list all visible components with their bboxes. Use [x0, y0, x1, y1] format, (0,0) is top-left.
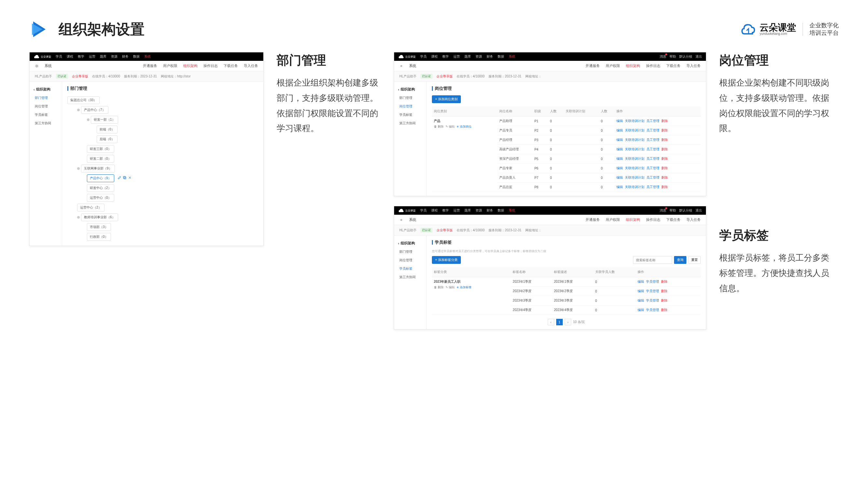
add-tag-button[interactable]: + 添加标签分类 [432, 256, 461, 264]
page-title: 组织架构设置 [59, 20, 145, 39]
topnav-item[interactable]: 资源 [111, 54, 118, 59]
page-prev[interactable]: ‹ [548, 319, 554, 325]
tree-node[interactable]: 产品中心（7） [81, 106, 108, 114]
msg-link[interactable]: 消息 [660, 54, 666, 59]
tree-node[interactable]: 行政部（0） [87, 233, 111, 241]
search-input[interactable] [633, 256, 672, 264]
shot-topbar: 云朵课堂 学员 课程 教学 运营 题库 资源 财务 数据 系统 [30, 53, 263, 61]
add-job-button[interactable]: + 添加岗位类别 [432, 95, 461, 103]
svg-rect-4 [124, 177, 126, 179]
header-left: 组织架构设置 [29, 20, 145, 39]
topnav-item[interactable]: 运营 [89, 54, 95, 59]
brand-tagline: 企业数字化 培训云平台 [809, 22, 839, 37]
sidebar-item-tag[interactable]: 学员标签 [30, 110, 62, 119]
subnav-item-active[interactable]: 组织架构 [183, 63, 197, 68]
brand-name-en: yunduoketang.com [760, 32, 796, 35]
page-1[interactable]: 1 [556, 319, 563, 325]
panel-title: 部门管理 [67, 86, 258, 91]
svg-point-6 [401, 219, 402, 221]
copy-icon [123, 176, 126, 179]
topnav-item[interactable]: 数据 [133, 54, 140, 59]
notification-dot [665, 53, 667, 55]
subnav-item[interactable]: 用户权限 [163, 63, 177, 68]
reset-button[interactable]: 重置 [688, 256, 701, 264]
exit-link[interactable]: 退出 [695, 54, 702, 59]
subnav-item[interactable]: 导入任务 [244, 63, 258, 68]
tree-node[interactable]: 研发一部（1） [91, 116, 118, 124]
branch-link[interactable]: 默认分校 [679, 54, 692, 59]
brand-block: 云朵课堂 yunduoketang.com 企业数字化 培训云平台 [740, 22, 839, 37]
svg-rect-3 [123, 176, 125, 178]
job-table: 岗位类别 岗位名称 职级 人数 关联培训计划 人数 操作 产品🗑 删除✎ 编辑⊕… [432, 106, 701, 192]
play-icon [29, 20, 49, 39]
edit-icon [118, 176, 121, 179]
section-title-tag: 学员标签 [719, 227, 830, 244]
section-title-job: 岗位管理 [719, 52, 830, 69]
shot-sidebar: ‹组织架构 部门管理 岗位管理 学员标签 第三方协同 [30, 82, 62, 246]
tree-node[interactable]: 后端（0） [97, 135, 118, 143]
search-button[interactable]: 查询 [674, 256, 686, 264]
sidebar-item-dept[interactable]: 部门管理 [30, 94, 62, 102]
screenshot-tag: 云朵课堂 学员 课程 教学 运营 题库 资源 财务 数据 系统 消息 帮助 默认… [394, 206, 706, 330]
gear-icon [399, 64, 403, 68]
tree-node-selected[interactable]: 产品中心（9） [87, 174, 114, 182]
tree-node[interactable]: 研发三部（0） [87, 145, 114, 153]
shot-subnav: 系统 开通服务 用户权限 组织架构 操作日志 下载任务 导入任务 [30, 61, 263, 71]
table-row: 产品🗑 删除✎ 编辑⊕ 添加岗位产品助理P100编辑关联培训计划员工管理删除 [432, 117, 701, 126]
gear-icon [35, 64, 39, 68]
subnav-item[interactable]: 操作日志 [204, 63, 218, 68]
topnav-item[interactable]: 课程 [67, 54, 73, 59]
tree-node[interactable]: 运营中心（0） [87, 194, 114, 202]
subnav-label: 系统 [44, 63, 52, 68]
tag-table: 标签分类 标签名称 标签描述 关联学员人数 操作 2023年新员工入职🗑 删除✎… [432, 267, 701, 315]
sidebar-item-job[interactable]: 岗位管理 [30, 102, 62, 110]
topnav-item[interactable]: 学员 [56, 54, 62, 59]
tree-node[interactable]: 研发中心（2） [87, 184, 114, 192]
table-row: 2023年新员工入职🗑 删除✎ 编辑⊕ 添加标签2023年1季度2023年1季度… [432, 277, 701, 287]
section-desc-tag: 根据学员标签，将员工分多类标签管理。方便快捷查找人员信息。 [719, 250, 830, 296]
brand-logo: 云朵课堂 yunduoketang.com [740, 23, 796, 36]
tree-node[interactable]: 运营中心（2） [77, 204, 104, 212]
topnav-item[interactable]: 题库 [100, 54, 106, 59]
verified-badge: 已认证 [56, 74, 68, 79]
screenshot-job: 云朵课堂 学员 课程 教学 运营 题库 资源 财务 数据 系统 消息 帮助 默认… [394, 52, 706, 196]
help-text: 您可通过学员标签对员工进行分类管理，可在学员身上标记多个标签，标签层级仅为二级 [432, 249, 701, 254]
sidebar-item-3rd[interactable]: 第三方协同 [30, 119, 62, 128]
tree-node[interactable]: 研发二部（0） [87, 155, 114, 163]
tree-node[interactable]: 集团总公司（33） [67, 96, 100, 104]
tree-node[interactable]: 市场部（3） [87, 223, 111, 231]
subnav-item[interactable]: 下载任务 [224, 63, 238, 68]
brand-name-cn: 云朵课堂 [760, 23, 796, 32]
pagination: ‹ 1 › 10 条/页 [432, 319, 701, 325]
status-product: HL产品助手 [35, 74, 52, 79]
section-title-dept: 部门管理 [277, 52, 381, 69]
svg-point-5 [401, 65, 402, 67]
cloud-icon [740, 23, 756, 36]
shot-topbar: 云朵课堂 学员 课程 教学 运营 题库 资源 财务 数据 系统 消息 帮助 默认… [394, 53, 706, 61]
screenshot-dept: 云朵课堂 学员 课程 教学 运营 题库 资源 财务 数据 系统 系统 开通服务 … [29, 52, 264, 246]
topnav-item-active[interactable]: 系统 [144, 54, 151, 59]
tree-node[interactable]: 前端（0） [97, 126, 118, 133]
help-link[interactable]: 帮助 [670, 54, 676, 59]
svg-point-2 [36, 65, 37, 67]
delete-icon [128, 176, 131, 179]
page-next[interactable]: › [565, 319, 571, 325]
shot-logo: 云朵课堂 [33, 54, 51, 59]
tree-actions[interactable] [118, 176, 131, 179]
divider [803, 23, 803, 36]
sidebar-title: ‹组织架构 [30, 85, 62, 94]
shot-status: HL产品助手 已认证 企业尊享版 在线学员：4/10000 服务到期：2023-… [30, 71, 263, 82]
content-grid: 云朵课堂 学员 课程 教学 运营 题库 资源 财务 数据 系统 系统 开通服务 … [0, 52, 868, 330]
page-header: 组织架构设置 云朵课堂 yunduoketang.com 企业数字化 培训云平台 [0, 0, 868, 52]
tree-node[interactable]: 互联网事业部（9） [81, 165, 115, 172]
topnav-item[interactable]: 教学 [78, 54, 84, 59]
section-desc-job: 根据企业架构创建不同职级岗位，支持多级联动管理。依据岗位权限能设置不同的学习权限… [719, 75, 830, 136]
section-desc-dept: 根据企业组织架构创建多级部门，支持多级联动管理。依据部门权限能设置不同的学习课程… [277, 75, 381, 136]
subnav-item[interactable]: 开通服务 [143, 63, 157, 68]
tree-node[interactable]: 教师培训事业部（6） [81, 214, 118, 221]
topnav-item[interactable]: 财务 [122, 54, 129, 59]
